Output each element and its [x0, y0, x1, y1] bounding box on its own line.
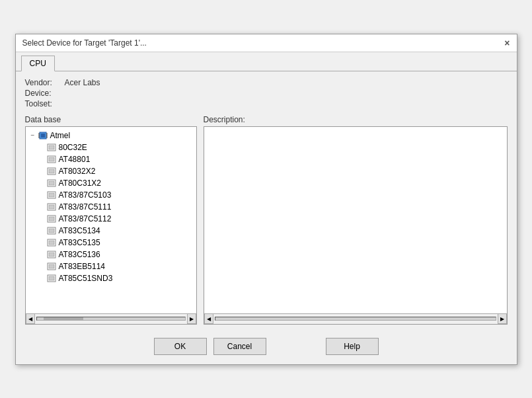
chip-icon — [38, 132, 48, 139]
tree-item-label: AT83/87C5103 — [59, 190, 112, 200]
tree-item-label: AT83/87C5111 — [59, 202, 112, 212]
tree-root-label: Atmel — [50, 131, 71, 140]
tree-root-atmel[interactable]: − — [27, 130, 195, 141]
tree-item[interactable]: AT83C5135 — [27, 237, 195, 249]
device-label: Device: — [25, 89, 65, 98]
database-label: Data base — [25, 115, 197, 124]
vendor-label: Vendor: — [25, 78, 65, 87]
tree-item-label: AT83C5134 — [59, 226, 100, 235]
tree-item[interactable]: AT80C31X2 — [27, 177, 195, 189]
vendor-row: Vendor: Acer Labs — [25, 78, 508, 87]
tree-item[interactable]: AT8032X2 — [27, 165, 195, 177]
button-row: OK Cancel Help — [16, 331, 517, 364]
tree-item[interactable]: AT83/87C5103 — [27, 189, 195, 201]
h-scroll-thumb[interactable] — [44, 317, 83, 320]
svg-rect-19 — [49, 193, 54, 197]
tree-item-label: AT83/87C5112 — [59, 214, 112, 223]
tree-item-label: AT85C51SND3 — [59, 274, 113, 283]
svg-rect-11 — [49, 145, 54, 149]
dialog-title: Select Device for Target 'Target 1'... — [22, 38, 147, 48]
expand-icon: − — [28, 132, 38, 139]
tree-item[interactable]: 80C32E — [27, 141, 195, 153]
toolset-label: Toolset: — [25, 99, 65, 108]
tree-panel: − — [25, 126, 197, 325]
tree-items-container: 80C32E AT48801 AT8032X2 AT80C31X2 AT83/8… — [27, 141, 195, 284]
svg-rect-15 — [49, 169, 54, 173]
tab-cpu[interactable]: CPU — [21, 56, 55, 71]
tree-item[interactable]: AT83/87C5112 — [27, 213, 195, 225]
tree-item[interactable]: AT85C51SND3 — [27, 272, 195, 284]
desc-scroll-left[interactable]: ◀ — [204, 313, 213, 324]
device-icon — [47, 191, 56, 199]
content-area: Vendor: Acer Labs Device: Toolset: Data … — [16, 71, 517, 331]
tree-item[interactable]: AT83C5134 — [27, 225, 195, 237]
tree-item[interactable]: AT83EB5114 — [27, 260, 195, 272]
description-panel-section: Description: ◀ ▶ — [204, 115, 508, 325]
tree-item-label: 80C32E — [59, 143, 87, 152]
device-icon — [47, 179, 56, 187]
ok-button[interactable]: OK — [154, 338, 207, 355]
select-device-dialog: Select Device for Target 'Target 1'... ×… — [15, 34, 517, 365]
database-panel-section: Data base − — [25, 115, 197, 325]
device-icon — [47, 262, 56, 270]
tree-item[interactable]: AT48801 — [27, 153, 195, 165]
device-icon — [47, 143, 56, 151]
svg-rect-25 — [49, 229, 54, 233]
device-icon — [47, 215, 56, 223]
tree-item-label: AT83C5136 — [59, 250, 100, 259]
help-button[interactable]: Help — [326, 338, 379, 355]
panels-row: Data base − — [25, 115, 508, 325]
tree-item[interactable]: AT83C5136 — [27, 249, 195, 260]
description-inner[interactable] — [204, 127, 507, 313]
device-icon — [47, 155, 56, 163]
toolset-row: Toolset: — [25, 99, 508, 108]
cancel-button[interactable]: Cancel — [213, 338, 266, 355]
vendor-value: Acer Labs — [65, 78, 100, 87]
close-button[interactable]: × — [504, 38, 510, 48]
description-label: Description: — [204, 115, 508, 124]
tabs-row: CPU — [16, 52, 517, 71]
desc-scroll-right[interactable]: ▶ — [498, 313, 507, 324]
desc-h-track[interactable] — [215, 317, 496, 321]
tree-item-label: AT83C5135 — [59, 238, 100, 247]
title-bar: Select Device for Target 'Target 1'... × — [16, 34, 517, 52]
h-scroll-track[interactable] — [36, 317, 186, 321]
device-icon — [47, 167, 56, 175]
device-icon — [47, 251, 56, 259]
svg-rect-17 — [49, 181, 54, 185]
svg-rect-1 — [41, 134, 45, 138]
device-icon — [47, 203, 56, 211]
tree-item[interactable]: AT83/87C5111 — [27, 201, 195, 213]
device-icon — [47, 239, 56, 247]
device-icon — [47, 227, 56, 235]
h-scrollbar[interactable]: ◀ ▶ — [26, 313, 196, 324]
tree-item-label: AT8032X2 — [59, 167, 96, 176]
tree-inner[interactable]: − — [26, 127, 196, 313]
svg-rect-13 — [49, 157, 54, 161]
tree-item-label: AT80C31X2 — [59, 179, 101, 188]
svg-rect-33 — [49, 276, 54, 280]
device-icon — [47, 274, 56, 282]
device-row: Device: — [25, 89, 508, 98]
description-panel: ◀ ▶ — [204, 126, 508, 325]
scroll-left-arrow[interactable]: ◀ — [26, 313, 35, 324]
svg-rect-27 — [49, 241, 54, 245]
tree-item-label: AT83EB5114 — [59, 262, 106, 271]
svg-rect-29 — [49, 253, 54, 257]
scroll-right-arrow[interactable]: ▶ — [187, 313, 196, 324]
svg-rect-31 — [49, 264, 54, 268]
svg-rect-21 — [49, 205, 54, 209]
desc-h-scrollbar[interactable]: ◀ ▶ — [204, 313, 507, 324]
tree-item-label: AT48801 — [59, 155, 91, 164]
svg-rect-23 — [49, 217, 54, 221]
